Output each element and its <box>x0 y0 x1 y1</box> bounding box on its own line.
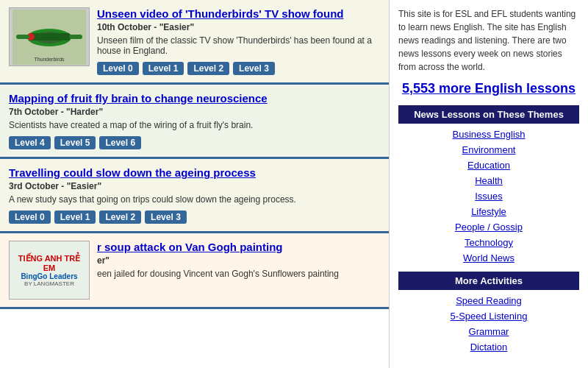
article-description: Scientists have created a map of the wir… <box>9 120 380 130</box>
theme-link[interactable]: Education <box>398 158 579 173</box>
theme-link[interactable]: Business English <box>398 127 579 142</box>
themes-list: Business EnglishEnvironmentEducationHeal… <box>398 127 579 266</box>
theme-link[interactable]: Health <box>398 173 579 188</box>
svg-text:Thunderbirds: Thunderbirds <box>34 57 65 62</box>
more-lessons-link[interactable]: 5,553 more English lessons <box>398 81 579 96</box>
ad-brand: BingGo Leaders <box>21 272 77 280</box>
level-badge[interactable]: Level 3 <box>145 210 187 224</box>
article-text-content: r soup attack on Van Gogh paintinger"een… <box>97 241 380 285</box>
article-item: Travelling could slow down the ageing pr… <box>0 159 389 233</box>
activity-link[interactable]: Dictation <box>398 339 579 355</box>
level-badge[interactable]: Level 6 <box>99 136 141 149</box>
level-badges: Level 0Level 1Level 2Level 3 <box>97 62 380 75</box>
theme-link[interactable]: Technology <box>398 235 579 250</box>
theme-link[interactable]: Environment <box>398 142 579 158</box>
article-meta: 10th October - "Easier" <box>97 22 380 32</box>
article-description: A new study says that going on trips cou… <box>9 194 380 205</box>
sidebar: This site is for ESL and EFL students wa… <box>390 0 588 368</box>
level-badge[interactable]: Level 1 <box>143 62 184 75</box>
activity-link[interactable]: 5-Speed Listening <box>398 308 579 324</box>
level-badge[interactable]: Level 0 <box>9 210 51 224</box>
site-description: This site is for ESL and EFL students wa… <box>398 7 579 74</box>
ad-title: TIẾNG ANH TRẺ EM <box>12 254 86 272</box>
article-title[interactable]: Travelling could slow down the ageing pr… <box>9 166 380 179</box>
activity-link[interactable]: Grammar <box>398 324 579 339</box>
level-badges: Level 4Level 5Level 6 <box>9 136 380 149</box>
article-item: Mapping of fruit fly brain to change neu… <box>0 85 389 159</box>
svg-rect-5 <box>16 35 29 39</box>
level-badge[interactable]: Level 2 <box>187 62 229 75</box>
theme-link[interactable]: Issues <box>398 188 579 204</box>
article-title[interactable]: Mapping of fruit fly brain to change neu… <box>9 92 380 105</box>
level-badge[interactable]: Level 0 <box>97 62 139 75</box>
advertisement-box: TIẾNG ANH TRẺ EM BingGo Leaders BY LANGM… <box>9 241 90 300</box>
level-badge[interactable]: Level 5 <box>54 136 96 149</box>
article-description: Unseen film of the classic TV show 'Thun… <box>97 35 380 56</box>
level-badge[interactable]: Level 4 <box>9 136 51 149</box>
article-image: Thunderbirds <box>9 7 90 66</box>
article-item: Thunderbirds Unseen video of 'Thunderbir… <box>0 0 389 85</box>
level-badge[interactable]: Level 1 <box>54 210 96 224</box>
article-meta: er" <box>97 255 380 266</box>
article-meta: 7th October - "Harder" <box>9 107 380 117</box>
article-row: TIẾNG ANH TRẺ EM BingGo Leaders BY LANGM… <box>9 241 380 300</box>
article-meta: 3rd October - "Easier" <box>9 181 380 191</box>
article-row: Thunderbirds Unseen video of 'Thunderbir… <box>9 7 380 75</box>
activities-list: Speed Reading5-Speed ListeningGrammarDic… <box>398 293 579 355</box>
theme-link[interactable]: People / Gossip <box>398 219 579 235</box>
svg-rect-6 <box>69 35 82 39</box>
theme-link[interactable]: Lifestyle <box>398 204 579 219</box>
theme-link[interactable]: World News <box>398 250 579 266</box>
article-item: TIẾNG ANH TRẺ EM BingGo Leaders BY LANGM… <box>0 233 389 309</box>
article-title[interactable]: r soup attack on Van Gogh painting <box>97 241 380 253</box>
activities-header: More Activities <box>398 272 579 290</box>
article-title[interactable]: Unseen video of 'Thunderbirds' TV show f… <box>97 7 380 20</box>
activity-link[interactable]: Speed Reading <box>398 293 579 308</box>
article-list: Thunderbirds Unseen video of 'Thunderbir… <box>0 0 390 368</box>
level-badge[interactable]: Level 3 <box>233 62 275 75</box>
article-text-content: Unseen video of 'Thunderbirds' TV show f… <box>97 7 380 75</box>
thunderbirds-svg: Thunderbirds <box>12 10 86 65</box>
article-description: een jailed for dousing Vincent van Gogh'… <box>97 269 380 279</box>
ad-tagline: BY LANGMASTER <box>24 280 74 287</box>
level-badge[interactable]: Level 2 <box>99 210 141 224</box>
themes-header: News Lessons on These Themes <box>398 105 579 124</box>
level-badges: Level 0Level 1Level 2Level 3 <box>9 210 380 224</box>
